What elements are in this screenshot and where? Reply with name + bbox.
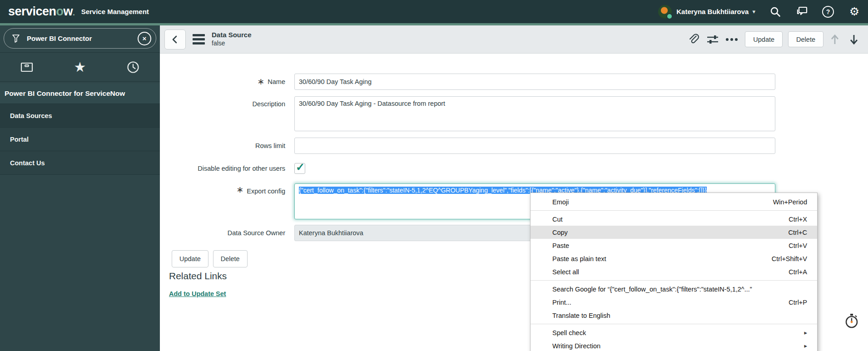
- sidebar-item-contact-us[interactable]: Contact Us: [0, 151, 160, 175]
- logo-text-2: w: [64, 5, 73, 19]
- top-banner: servicenow. Service Management Kateryna …: [0, 0, 868, 23]
- application-navigator: × ★ Power BI Connector for ServiceNow Da…: [0, 25, 160, 351]
- search-icon[interactable]: [769, 5, 782, 18]
- user-avatar[interactable]: [658, 5, 672, 19]
- response-time-stopwatch-icon[interactable]: [843, 312, 860, 332]
- rows-limit-input[interactable]: [294, 138, 775, 154]
- app-section-title: Power BI Connector for ServiceNow: [0, 83, 160, 104]
- menu-item-translate[interactable]: Translate to English: [531, 309, 817, 322]
- tab-history[interactable]: [107, 53, 160, 81]
- form-context-menu-icon[interactable]: [193, 34, 205, 44]
- menu-item-paste[interactable]: PasteCtrl+V: [531, 239, 817, 252]
- menu-item-writing-direction[interactable]: Writing Direction▸: [531, 339, 817, 351]
- field-row-disable-editing: Disable editing for other users ✓: [160, 163, 775, 174]
- menu-item-spell-check[interactable]: Spell check▸: [531, 326, 817, 339]
- disable-editing-label: Disable editing for other users: [160, 163, 285, 174]
- field-row-name: ∗ Name: [160, 74, 775, 90]
- logo-o: o: [56, 5, 64, 19]
- record-title: Data Source: [212, 31, 252, 40]
- next-record-icon[interactable]: [846, 32, 862, 47]
- menu-item-emoji[interactable]: EmojiWin+Period: [531, 195, 817, 208]
- add-to-update-set-link[interactable]: Add to Update Set: [169, 290, 226, 297]
- gear-icon[interactable]: ⚙: [848, 5, 861, 18]
- archive-box-icon: [20, 60, 34, 74]
- tab-all-applications[interactable]: [0, 53, 53, 81]
- sidebar-item-data-sources[interactable]: Data Sources: [0, 104, 160, 128]
- chat-icon[interactable]: [795, 5, 808, 18]
- field-row-rows-limit: Rows limit: [160, 138, 775, 154]
- required-icon: ∗: [257, 79, 264, 84]
- submenu-arrow-icon: ▸: [804, 342, 807, 349]
- attachment-paperclip-icon[interactable]: [686, 32, 701, 47]
- browser-context-menu: EmojiWin+Period CutCtrl+X CopyCtrl+C Pas…: [530, 193, 818, 351]
- form-header: Data Source false Update Delete: [160, 25, 868, 54]
- export-config-label: ∗ Export config: [160, 183, 285, 219]
- update-button-header[interactable]: Update: [745, 31, 783, 47]
- servicenow-logo[interactable]: servicenow.: [8, 5, 75, 19]
- sidebar-item-portal[interactable]: Portal: [0, 128, 160, 151]
- back-button[interactable]: [164, 30, 186, 49]
- rows-limit-label: Rows limit: [160, 138, 285, 154]
- menu-item-copy[interactable]: CopyCtrl+C: [531, 226, 817, 239]
- update-button-footer[interactable]: Update: [172, 250, 208, 267]
- menu-separator: [531, 324, 817, 324]
- form-button-row: Update Delete: [172, 250, 252, 267]
- checkmark-icon: ✓: [296, 161, 305, 173]
- logo-text: servicen: [8, 5, 56, 19]
- name-input[interactable]: [294, 74, 775, 90]
- required-icon: ∗: [236, 188, 243, 192]
- more-options-icon[interactable]: [724, 32, 739, 47]
- menu-item-print[interactable]: Print...Ctrl+P: [531, 296, 817, 309]
- user-name[interactable]: Kateryna Bukhtiiarova: [676, 8, 749, 15]
- help-icon[interactable]: ?: [822, 5, 834, 18]
- chevron-down-icon[interactable]: ▾: [752, 8, 755, 15]
- field-row-description: Description 30/60/90 Day Task Aging - Da…: [160, 96, 775, 133]
- description-label: Description: [160, 96, 285, 133]
- menu-separator: [531, 280, 817, 281]
- submenu-arrow-icon: ▸: [804, 329, 807, 336]
- menu-separator: [531, 210, 817, 211]
- filter-funnel-icon: [11, 34, 20, 44]
- delete-button-header[interactable]: Delete: [788, 31, 823, 47]
- related-links-heading: Related Links: [169, 271, 227, 282]
- navigator-tabs: ★: [0, 52, 160, 82]
- product-title: Service Management: [81, 8, 149, 15]
- star-icon: ★: [74, 60, 86, 74]
- description-textarea[interactable]: 30/60/90 Day Task Aging - Datasource fro…: [294, 96, 775, 131]
- clear-filter-icon[interactable]: ×: [138, 32, 151, 45]
- filter-navigator-input[interactable]: [26, 34, 138, 43]
- disable-editing-checkbox[interactable]: ✓: [294, 163, 305, 174]
- menu-item-paste-plain[interactable]: Paste as plain textCtrl+Shift+V: [531, 252, 817, 265]
- menu-item-search-google[interactable]: Search Google for “{"cert_follow_on_task…: [531, 282, 817, 296]
- record-subtitle: false: [212, 40, 252, 48]
- clock-icon: [126, 60, 140, 74]
- owner-label: Data Source Owner: [160, 225, 285, 241]
- previous-record-icon[interactable]: [827, 32, 843, 47]
- menu-item-cut[interactable]: CutCtrl+X: [531, 213, 817, 226]
- navigator-filter[interactable]: ×: [4, 28, 156, 49]
- servicenow-window: servicenow. Service Management Kateryna …: [0, 0, 868, 351]
- personalize-form-icon[interactable]: [705, 32, 720, 47]
- logo-dot: .: [73, 8, 75, 18]
- tab-favorites[interactable]: ★: [53, 53, 106, 81]
- presence-dot-icon: [666, 13, 673, 20]
- name-label: ∗ Name: [160, 74, 285, 90]
- menu-item-select-all[interactable]: Select allCtrl+A: [531, 265, 817, 278]
- delete-button-footer[interactable]: Delete: [213, 250, 248, 267]
- back-chevron-icon: [170, 35, 180, 44]
